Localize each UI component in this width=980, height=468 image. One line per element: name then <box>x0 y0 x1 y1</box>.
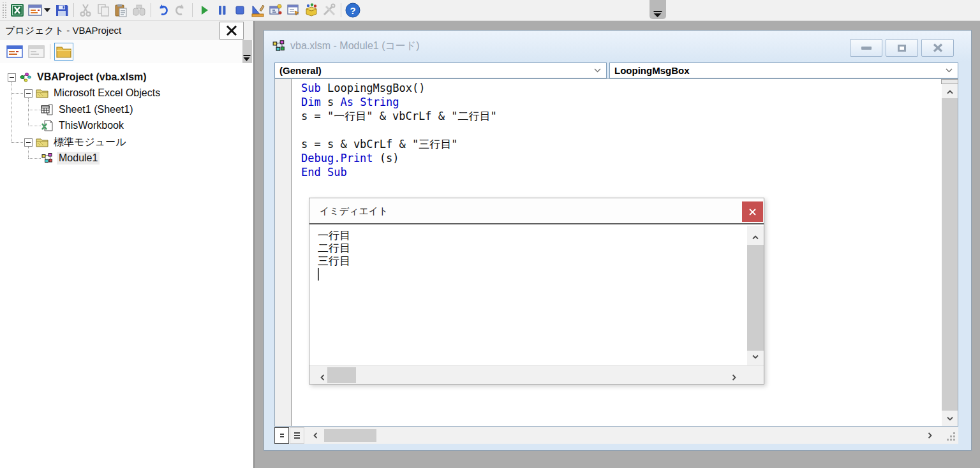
scroll-right-arrow[interactable] <box>922 429 938 442</box>
project-tree: VBAProject (vba.xlsm) Microsoft Excel Ob… <box>0 69 253 452</box>
break-button[interactable] <box>213 1 231 19</box>
project-explorer-button[interactable] <box>267 1 285 19</box>
cut-icon <box>78 3 93 18</box>
immediate-output[interactable]: 一行目 二行目 三行目 <box>309 226 747 365</box>
immediate-horizontal-scrollbar[interactable] <box>309 365 764 384</box>
main-toolbar: ? <box>0 0 980 21</box>
design-mode-button[interactable] <box>249 1 267 19</box>
collapse-expander[interactable] <box>8 73 16 82</box>
scrollbar-thumb[interactable] <box>324 429 376 442</box>
procedure-dropdown[interactable]: LoopingMsgBox <box>609 62 958 78</box>
scroll-down-arrow[interactable] <box>942 412 958 425</box>
excel-icon <box>10 3 25 18</box>
properties-window-icon <box>286 3 301 18</box>
copy-button[interactable] <box>94 1 112 19</box>
worksheet-icon <box>41 104 54 115</box>
immediate-window: イミディエイト 一行目 二行目 三行目 <box>309 198 764 384</box>
undo-button[interactable] <box>154 1 172 19</box>
run-button[interactable] <box>195 1 213 19</box>
immediate-content: 一行目 二行目 三行目 <box>309 226 764 365</box>
scroll-up-arrow[interactable] <box>747 231 764 244</box>
code-line: Dim s As String <box>301 95 942 109</box>
view-excel-button[interactable] <box>8 1 26 19</box>
procedure-view-button[interactable] <box>274 427 289 444</box>
dropdown-arrow-icon[interactable] <box>44 8 50 12</box>
break-icon <box>214 3 230 18</box>
tree-item-standard-modules[interactable]: 標準モジュール <box>0 135 253 150</box>
object-dropdown[interactable]: (General) <box>274 62 607 78</box>
project-panel-close-button[interactable] <box>219 22 244 40</box>
toggle-folders-button[interactable] <box>54 43 73 61</box>
chevron-down-icon <box>945 67 953 73</box>
object-browser-button[interactable] <box>302 1 320 19</box>
code-line: Sub LoopingMsgBox() <box>301 81 942 95</box>
scrollbar-thumb[interactable] <box>327 367 356 383</box>
scrollbar-thumb[interactable] <box>942 98 958 411</box>
cut-button[interactable] <box>77 1 94 19</box>
code-line: s = s & vbCrLf & "三行目" <box>301 137 942 151</box>
save-button[interactable] <box>53 1 71 19</box>
project-panel-titlebar[interactable]: プロジェクト - VBAProject <box>0 21 253 40</box>
toolbar-separator <box>341 3 341 17</box>
resize-grip[interactable] <box>942 427 958 444</box>
insert-userform-icon <box>27 3 43 18</box>
toolbar-options-button[interactable] <box>650 0 666 19</box>
tree-item-excel-objects[interactable]: Microsoft Excel Objects <box>0 85 253 101</box>
tree-item-sheet1[interactable]: Sheet1 (Sheet1) <box>0 102 253 117</box>
view-object-button[interactable] <box>27 43 46 61</box>
splitter-handle[interactable] <box>941 79 958 84</box>
collapse-expander[interactable] <box>24 138 33 147</box>
toolbar-separator <box>50 44 50 59</box>
folder-icon <box>36 87 48 99</box>
insert-userform-button[interactable] <box>26 1 44 19</box>
code-window-titlebar[interactable]: vba.xlsm - Module1 (コード) <box>264 31 971 61</box>
reset-button[interactable] <box>231 1 249 19</box>
save-icon <box>54 3 70 18</box>
code-vertical-scrollbar[interactable] <box>942 79 958 426</box>
scroll-up-arrow[interactable] <box>942 85 958 98</box>
code-line: End Sub <box>301 165 942 179</box>
tree-item-label: Microsoft Excel Objects <box>52 87 162 99</box>
tree-item-thisworkbook[interactable]: ThisWorkbook <box>0 118 253 133</box>
svg-text:?: ? <box>350 5 355 16</box>
immediate-vertical-scrollbar[interactable] <box>747 226 764 365</box>
code-horizontal-scrollbar <box>274 427 958 444</box>
workbook-icon <box>41 120 54 131</box>
chevron-down-icon <box>593 67 602 73</box>
restore-button[interactable] <box>886 39 918 57</box>
paste-icon <box>114 3 129 18</box>
full-module-view-icon <box>294 432 300 439</box>
view-code-button[interactable] <box>5 43 24 61</box>
scrollbar-thumb[interactable] <box>747 245 764 351</box>
paste-button[interactable] <box>112 1 130 19</box>
output-line: 一行目 <box>318 229 747 242</box>
text-caret <box>318 268 319 281</box>
toolbox-icon <box>322 3 337 18</box>
help-button[interactable]: ? <box>344 1 362 19</box>
procedure-view-icon <box>280 434 284 437</box>
scroll-down-arrow[interactable] <box>747 350 764 363</box>
scroll-right-arrow[interactable] <box>726 371 742 384</box>
close-icon <box>748 208 757 216</box>
minimize-button[interactable] <box>850 39 882 57</box>
folder-icon <box>36 136 48 148</box>
margin-indicator-bar[interactable] <box>275 79 292 426</box>
collapse-expander[interactable] <box>24 89 33 98</box>
scroll-left-arrow[interactable] <box>308 429 323 442</box>
tree-item-module1[interactable]: Module1 <box>0 150 253 166</box>
panel-options-icon[interactable] <box>243 55 251 62</box>
immediate-window-titlebar[interactable]: イミディエイト <box>309 198 764 224</box>
properties-window-button[interactable] <box>285 1 302 19</box>
close-icon <box>932 43 944 52</box>
code-line: s = "一行目" & vbCrLf & "二行目" <box>301 109 942 123</box>
toolbox-button[interactable] <box>320 1 338 19</box>
redo-button[interactable] <box>172 1 189 19</box>
tree-item-vbaproject[interactable]: VBAProject (vba.xlsm) <box>0 69 253 85</box>
find-button[interactable] <box>130 1 148 19</box>
object-dropdown-value: (General) <box>279 65 322 76</box>
full-module-view-button[interactable] <box>290 427 304 444</box>
immediate-close-button[interactable] <box>742 201 763 222</box>
toolbar-grip[interactable] <box>1 3 6 18</box>
toolbar-separator <box>73 3 74 17</box>
close-button[interactable] <box>921 39 954 57</box>
